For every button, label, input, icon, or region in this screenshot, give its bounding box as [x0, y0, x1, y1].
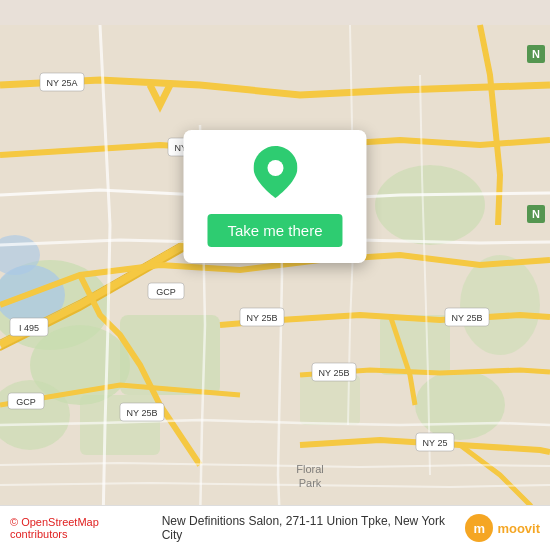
map-container: NY 25A NY 25A I 495 GCP GCP NY 25B NY 25…: [0, 0, 550, 550]
svg-text:GCP: GCP: [16, 397, 36, 407]
svg-text:Park: Park: [299, 477, 322, 489]
svg-text:NY 25A: NY 25A: [47, 78, 78, 88]
popup-card: Take me there: [183, 130, 366, 263]
svg-point-6: [375, 165, 485, 245]
svg-text:NY 25B: NY 25B: [452, 313, 483, 323]
location-pin-wrapper: [253, 146, 297, 202]
svg-point-39: [267, 160, 283, 176]
svg-text:N: N: [532, 48, 540, 60]
take-me-there-button[interactable]: Take me there: [207, 214, 342, 247]
bottom-bar: © OpenStreetMap contributors New Definit…: [0, 505, 550, 550]
location-pin-icon: [253, 146, 297, 198]
svg-text:NY 25B: NY 25B: [127, 408, 158, 418]
svg-text:I 495: I 495: [19, 323, 39, 333]
svg-text:N: N: [532, 208, 540, 220]
location-text: New Definitions Salon, 271-11 Union Tpke…: [162, 514, 458, 542]
svg-text:NY 25: NY 25: [423, 438, 448, 448]
svg-rect-10: [300, 375, 360, 425]
moovit-icon: m: [465, 514, 493, 542]
moovit-text: moovit: [497, 521, 540, 536]
svg-text:NY 25B: NY 25B: [319, 368, 350, 378]
osm-attribution: © OpenStreetMap contributors: [10, 516, 154, 540]
svg-text:NY 25B: NY 25B: [247, 313, 278, 323]
svg-text:Floral: Floral: [296, 463, 324, 475]
svg-point-7: [460, 255, 540, 355]
svg-text:GCP: GCP: [156, 287, 176, 297]
moovit-logo: m moovit: [465, 514, 540, 542]
bottom-bar-left: © OpenStreetMap contributors New Definit…: [10, 514, 457, 542]
